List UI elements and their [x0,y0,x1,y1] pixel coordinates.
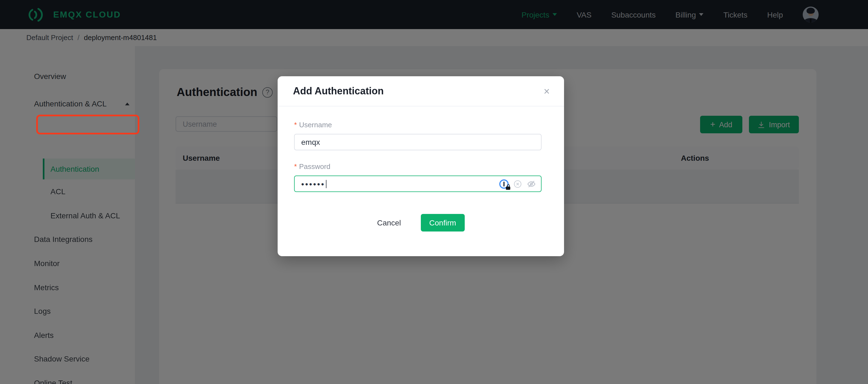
emqx-cloud-console: EMQX CLOUD Projects VAS Subaccounts Bill… [0,0,868,384]
add-authentication-modal: Add Authentication × * Username * Passwo… [278,76,564,256]
password-manager-icon[interactable] [499,179,508,188]
clear-icon[interactable] [514,180,522,188]
eye-off-icon[interactable] [527,180,536,188]
modal-body: * Username * Password •••••• [278,106,564,231]
cancel-button[interactable]: Cancel [374,218,404,228]
password-masked-value: •••••• [301,180,325,188]
text-cursor [326,180,326,188]
required-asterisk: * [294,121,297,129]
password-label: * Password [294,162,544,170]
modal-password-input[interactable]: •••••• [294,175,541,192]
modal-title: Add Authentication [293,85,384,97]
password-field-icons [499,176,536,191]
required-asterisk: * [294,162,297,170]
annotation-highlight-rectangle [36,115,140,134]
modal-username-input[interactable] [294,134,541,150]
modal-header: Add Authentication × [278,76,564,106]
username-label: * Username [294,121,544,129]
modal-footer: Cancel Confirm [294,214,544,231]
confirm-button[interactable]: Confirm [421,214,465,231]
close-icon[interactable]: × [544,86,550,96]
